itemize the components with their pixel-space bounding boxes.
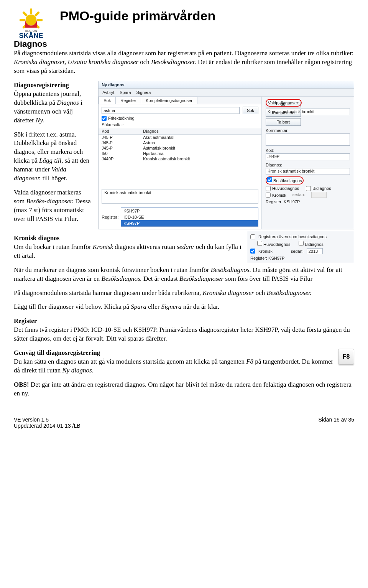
year-field[interactable]: 2013: [307, 248, 323, 254]
register-label: Register:: [102, 215, 118, 219]
bidiagnos-checkbox[interactable]: [306, 186, 311, 191]
search-instructions: Sök i fritext t.ex. astma. Dubbelklicka …: [14, 130, 93, 183]
toolbar: Avbryt Spara Signera: [99, 89, 354, 97]
diagnos-label: Diagnos:: [266, 163, 350, 167]
valda-paragraph: Valda diagnoser markeras som Besöks-diag…: [14, 188, 93, 224]
comment-label: Kommentar:: [266, 128, 350, 133]
selected-listbox[interactable]: Kronisk astmatisk bronkit: [102, 189, 258, 204]
intro-paragraph: På diagnosmodulens startsida visas alla …: [14, 49, 354, 76]
register-paragraph: Register Det finns två register i PMO: I…: [14, 317, 354, 343]
table-row[interactable]: I50-Hjärtastma: [99, 151, 261, 156]
comment-field[interactable]: [266, 133, 350, 146]
sedan-field: [311, 192, 327, 198]
huvuddiagnos-checkbox[interactable]: [266, 186, 271, 191]
svg-line-5: [24, 13, 26, 15]
result-table: KodDiagnos J45-PAkut astmaanfall J45-PAs…: [99, 128, 261, 161]
footer-left: VE version 1.5 Uppdaterad 2014-01-13 /LB: [14, 417, 80, 429]
toolbar-spara[interactable]: Spara: [120, 90, 131, 95]
besoksdiagnos-checkbox[interactable]: [267, 177, 272, 182]
svg-point-0: [26, 15, 37, 26]
page-title: PMO-guide primärvården: [60, 8, 215, 23]
huvud-checkbox-2[interactable]: [257, 241, 262, 246]
section-heading: Diagnos: [14, 39, 354, 49]
window-title: Ny diagnos: [99, 81, 354, 89]
register-select[interactable]: KSH97P ICD-10-SE KSH97P: [121, 208, 258, 227]
svg-line-2: [36, 13, 38, 15]
diagnos-field[interactable]: Kronisk astmatisk bronkit: [266, 168, 350, 175]
logo-name-text: SKÅNE: [19, 32, 43, 40]
result-label: Sökresultat:: [99, 122, 261, 127]
table-row[interactable]: J45-PAkut astmaanfall: [99, 134, 261, 140]
obs-paragraph: OBS! Det går inte att ändra en registrer…: [14, 380, 354, 398]
after-kronisk-p3: Lägg till fler diagnoser vid behov. Klic…: [14, 303, 354, 311]
freetext-label: Fritextsökning: [108, 116, 134, 120]
after-kronisk-p1: När du markerar en diagnos som kronisk f…: [14, 266, 354, 283]
table-row[interactable]: J449PKronisk astmatisk bronkit: [99, 156, 261, 161]
skane-logo: REGION SKÅNE: [14, 7, 48, 41]
kronisk-checkbox-2[interactable]: [250, 249, 255, 254]
f8-key-icon: F8: [338, 349, 354, 365]
search-button[interactable]: Sök: [243, 107, 258, 114]
kod-field[interactable]: J449P: [266, 153, 350, 160]
bi-checkbox-2[interactable]: [299, 241, 304, 246]
reg-also-checkbox[interactable]: [250, 234, 255, 239]
kronisk-checkbox[interactable]: [266, 193, 271, 198]
after-kronisk-p2: På diagnosmodulens startsida hamnar diag…: [14, 289, 354, 298]
kronisk-screenshot: Registrera även som besöksdiagnos Huvudd…: [247, 231, 354, 263]
tab-register[interactable]: Register: [115, 97, 141, 104]
toolbar-signera[interactable]: Signera: [136, 90, 151, 95]
tab-sok[interactable]: Sök: [99, 97, 116, 104]
table-row[interactable]: J45-PAstmatisk bronkit: [99, 145, 261, 151]
tab-komplettering[interactable]: Kompletteringsdiagnoser: [141, 97, 197, 104]
register-text: Register: KSH97P: [266, 199, 350, 204]
register-text-2: Register: KSH97P: [250, 256, 351, 260]
toolbar-avbryt[interactable]: Avbryt: [102, 90, 114, 95]
sedan-label: sedan:: [292, 192, 305, 197]
diagnosregistrering-paragraph: Diagnosregistrering Öppna patientens jou…: [14, 81, 93, 125]
footer-right: Sidan 16 av 35: [319, 417, 354, 429]
ny-diagnos-screenshot: Ny diagnos Avbryt Spara Signera Sök Regi…: [98, 81, 354, 229]
freetext-checkbox[interactable]: [102, 116, 107, 121]
kod-label: Kod:: [266, 148, 350, 153]
table-row[interactable]: J45-PAstma: [99, 140, 261, 145]
search-input[interactable]: [102, 107, 240, 114]
remove-button[interactable]: Ta bort: [266, 118, 301, 126]
shortcut-paragraph: Genväg till diagnosregistrering Du kan s…: [14, 349, 354, 375]
